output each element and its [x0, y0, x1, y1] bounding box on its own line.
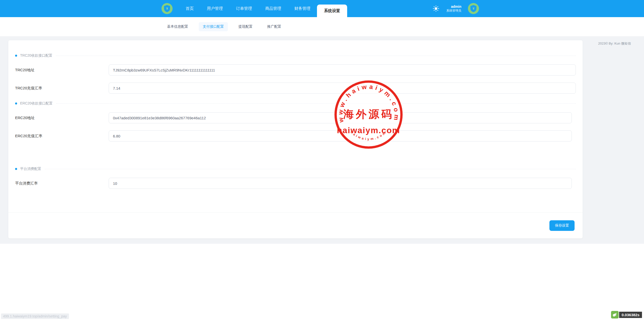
trc20-address-input[interactable] — [109, 64, 576, 76]
save-settings-button[interactable]: 保存设置 — [549, 220, 575, 231]
subnav-payment-config[interactable]: 支付接口配置 — [199, 22, 228, 31]
payment-config-form: TRC20收款接口配置 TRC20地址 TRC20充值汇率 ERC20收款接口配… — [8, 40, 583, 189]
dashed-rule — [45, 169, 576, 169]
svg-text:¥: ¥ — [472, 7, 474, 10]
shield-yuan-logo-icon: ¥ — [162, 3, 173, 14]
field-control — [109, 83, 576, 94]
main-nav: 首页 用户管理 订单管理 商品管理 财务管理 系统设置 — [179, 0, 347, 17]
form-row-platform-rate: 平台消费汇率 — [15, 178, 576, 189]
content-area: 2023© By: Kun 微短信 TRC20收款接口配置 TRC20地址 TR… — [0, 36, 644, 244]
field-label: TRC20充值汇率 — [15, 86, 109, 91]
thinkphp-leaf-icon[interactable] — [611, 311, 619, 318]
nav-item-settings[interactable]: 系统设置 — [317, 5, 347, 17]
section-trc20: TRC20收款接口配置 — [15, 53, 576, 58]
nav-item-users[interactable]: 用户管理 — [200, 0, 229, 17]
form-row-trc20-address: TRC20地址 — [15, 64, 576, 76]
trc20-rate-input[interactable] — [109, 83, 576, 94]
svg-text:¥: ¥ — [166, 7, 168, 10]
section-title: ERC20收款接口配置 — [20, 101, 53, 106]
user-info[interactable]: admin 系统管理员 — [446, 5, 461, 13]
nav-item-products[interactable]: 商品管理 — [259, 0, 288, 17]
field-control — [109, 112, 576, 123]
username: admin — [446, 5, 461, 9]
avatar-shield-icon: ¥ — [468, 3, 479, 14]
erc20-rate-input[interactable] — [109, 130, 572, 141]
subnav-promo-config[interactable]: 推广配置 — [263, 22, 285, 31]
subnav-withdraw-config[interactable]: 提现配置 — [234, 22, 257, 31]
section-title: TRC20收款接口配置 — [20, 53, 52, 58]
field-label: ERC20地址 — [15, 116, 109, 120]
settings-subnav: 基本信息配置 支付接口配置 提现配置 推广配置 — [0, 17, 644, 36]
topbar-right: admin 系统管理员 ¥ — [432, 0, 479, 17]
nav-item-finance[interactable]: 财务管理 — [288, 0, 317, 17]
field-label: 平台消费汇率 — [15, 181, 109, 186]
field-control — [109, 178, 576, 189]
field-label: ERC20充值汇率 — [15, 134, 109, 138]
performance-indicator: 0.036382s — [611, 311, 642, 318]
field-label: TRC20地址 — [15, 68, 109, 73]
platform-rate-input[interactable] — [109, 178, 572, 189]
payment-config-card: TRC20收款接口配置 TRC20地址 TRC20充值汇率 ERC20收款接口配… — [8, 40, 583, 238]
section-erc20: ERC20收款接口配置 — [15, 101, 576, 106]
field-control — [109, 130, 576, 141]
field-control — [109, 64, 576, 76]
dashed-rule — [56, 103, 576, 104]
page-load-time: 0.036382s — [619, 312, 642, 318]
copyright-text: 2023© By: Kun 微短信 — [598, 41, 631, 46]
section-title: 平台消费配置 — [20, 167, 41, 171]
card-footer: 保存设置 — [8, 212, 583, 238]
section-platform: 平台消费配置 — [15, 167, 576, 171]
erc20-address-input[interactable] — [109, 112, 572, 123]
nav-item-home[interactable]: 首页 — [179, 0, 200, 17]
bullet-dot-icon — [15, 168, 17, 170]
form-row-erc20-rate: ERC20充值汇率 — [15, 130, 576, 141]
user-avatar[interactable]: ¥ — [468, 3, 479, 14]
bullet-dot-icon — [15, 102, 17, 104]
dashed-rule — [56, 56, 576, 56]
form-row-erc20-address: ERC20地址 — [15, 112, 576, 123]
nav-item-orders[interactable]: 订单管理 — [229, 0, 259, 17]
user-role: 系统管理员 — [446, 9, 461, 13]
app-logo[interactable]: ¥ — [162, 3, 173, 14]
bullet-dot-icon — [15, 55, 17, 57]
sun-icon[interactable] — [432, 5, 440, 12]
subnav-basic-config[interactable]: 基本信息配置 — [163, 22, 192, 31]
link-preview-url: 499.1.haiwaiym19.top/admin/setting_pay — [1, 313, 69, 319]
form-row-trc20-rate: TRC20充值汇率 — [15, 83, 576, 94]
top-navbar: ¥ 首页 用户管理 订单管理 商品管理 财务管理 系统设置 admin 系统 — [0, 0, 644, 17]
